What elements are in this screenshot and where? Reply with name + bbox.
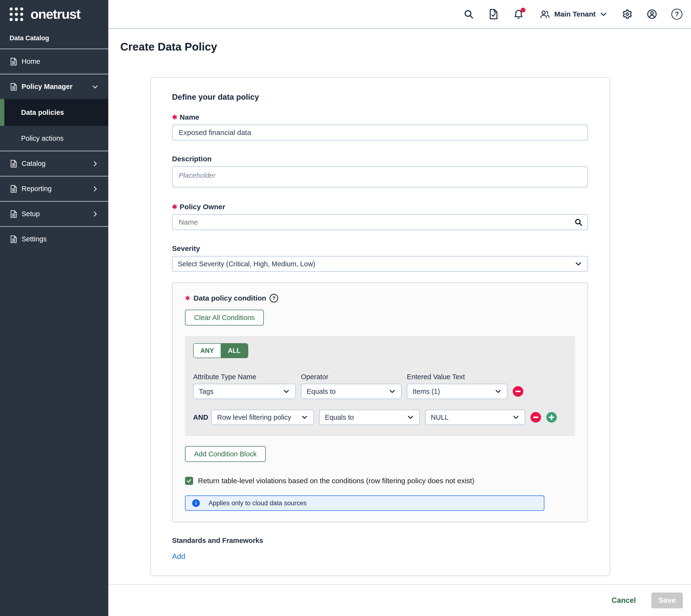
- notification-badge: [521, 8, 526, 13]
- form-section-heading: Define your data policy: [172, 92, 588, 102]
- add-condition-block-button[interactable]: Add Condition Block: [185, 446, 266, 462]
- sidebar-item-home[interactable]: Home: [0, 49, 108, 74]
- save-button[interactable]: Save: [651, 593, 683, 608]
- info-text: Applies only to cloud data sources: [208, 500, 307, 507]
- sidebar-item-setup[interactable]: Setup: [0, 202, 108, 226]
- standards-frameworks-label: Standards and Frameworks: [172, 537, 588, 545]
- attribute-select[interactable]: Row level filtering policy: [211, 410, 314, 425]
- page-content: Create Data Policy Define your data poli…: [108, 29, 691, 585]
- description-input[interactable]: [172, 166, 588, 188]
- sidebar-item-data-policies[interactable]: Data policies: [0, 99, 108, 126]
- attribute-select[interactable]: Tags: [193, 384, 296, 399]
- app-grid-icon[interactable]: [9, 7, 23, 21]
- sidebar-item-label: Reporting: [22, 185, 52, 193]
- chevron-down-icon: [407, 414, 414, 421]
- column-attribute: Attribute Type Name: [193, 373, 296, 381]
- severity-value: Select Severity (Critical, High, Medium,…: [178, 260, 315, 268]
- logo-row: onetrust: [0, 0, 108, 28]
- info-icon: i: [192, 499, 200, 507]
- sidebar-item-label: Settings: [22, 235, 47, 243]
- name-label: ✱ Name: [172, 113, 588, 121]
- clear-all-conditions-button[interactable]: Clear All Conditions: [185, 310, 264, 326]
- policy-owner-field-group: ✱ Policy Owner: [172, 203, 588, 230]
- tenant-label: Main Tenant: [554, 10, 596, 18]
- document-icon: [9, 57, 18, 66]
- conjunction-label: AND: [193, 414, 208, 421]
- table-level-violations-row: Return table-level violations based on t…: [185, 477, 575, 485]
- users-icon: [539, 9, 550, 19]
- onetrust-logo: onetrust: [30, 7, 80, 21]
- description-label: Description: [172, 155, 588, 163]
- chevron-down-icon: [388, 388, 396, 395]
- value-select[interactable]: Items (1): [407, 384, 508, 399]
- chevron-down-icon: [512, 414, 519, 421]
- tenant-switcher[interactable]: Main Tenant: [539, 9, 608, 19]
- cancel-button[interactable]: Cancel: [611, 596, 636, 605]
- document-icon: [9, 159, 18, 168]
- sidebar-section-label: Data Catalog: [0, 28, 108, 49]
- sidebar-item-label: Catalog: [22, 160, 46, 168]
- add-condition-icon[interactable]: [546, 412, 557, 423]
- operator-select[interactable]: Equals to: [319, 410, 420, 425]
- top-bar: Main Tenant ?: [108, 0, 691, 29]
- operator-select[interactable]: Equals to: [301, 384, 402, 399]
- required-asterisk: ✱: [185, 295, 190, 301]
- remove-condition-icon[interactable]: [513, 386, 523, 397]
- sidebar-item-policy-manager[interactable]: Policy Manager: [0, 74, 108, 99]
- condition-row: AND Row level filtering policy Equals to…: [193, 410, 566, 425]
- chevron-down-icon: [575, 260, 582, 268]
- sidebar-item-label: Policy actions: [21, 134, 64, 142]
- remove-condition-icon[interactable]: [531, 412, 541, 423]
- standards-add-link[interactable]: Add: [172, 552, 185, 561]
- description-field-group: Description: [172, 155, 588, 189]
- sidebar: onetrust Data Catalog Home Policy Manage…: [0, 0, 108, 616]
- chevron-right-icon: [91, 160, 99, 167]
- value-select[interactable]: NULL: [425, 410, 525, 425]
- any-all-toggle: ANY ALL: [193, 343, 248, 358]
- sidebar-item-reporting[interactable]: Reporting: [0, 176, 108, 201]
- column-value: Entered Value Text: [407, 373, 508, 381]
- document-check-icon[interactable]: [488, 8, 499, 20]
- checkbox-label: Return table-level violations based on t…: [198, 477, 474, 485]
- sidebar-item-settings[interactable]: Settings: [0, 227, 108, 251]
- condition-label: Data policy condition: [194, 294, 266, 302]
- document-icon: [9, 210, 18, 219]
- column-operator: Operator: [301, 373, 402, 381]
- name-input[interactable]: [172, 125, 588, 140]
- account-icon[interactable]: [646, 8, 657, 20]
- condition-column-headers: Attribute Type Name Operator Entered Val…: [193, 373, 566, 381]
- condition-panel: ✱ Data policy condition ? Clear All Cond…: [172, 282, 588, 522]
- chevron-down-icon: [494, 388, 502, 395]
- name-field-group: ✱ Name: [172, 113, 588, 140]
- severity-field-group: Severity Select Severity (Critical, High…: [172, 244, 588, 272]
- document-icon: [9, 235, 18, 244]
- required-asterisk: ✱: [172, 114, 177, 120]
- required-asterisk: ✱: [172, 204, 177, 210]
- policy-form-card: Define your data policy ✱ Name Descripti…: [151, 77, 610, 576]
- table-level-violations-checkbox[interactable]: [185, 477, 193, 485]
- condition-block: ANY ALL Attribute Type Name Operator Ent…: [185, 336, 575, 436]
- notifications-bell-icon[interactable]: [513, 8, 524, 20]
- sidebar-item-label: Home: [22, 58, 40, 65]
- chevron-down-icon: [283, 388, 290, 395]
- search-icon[interactable]: [463, 8, 474, 20]
- toggle-any[interactable]: ANY: [194, 344, 221, 358]
- toggle-all[interactable]: ALL: [221, 344, 248, 358]
- app-window: onetrust Data Catalog Home Policy Manage…: [0, 0, 691, 616]
- sidebar-item-label: Setup: [22, 210, 40, 218]
- sidebar-item-policy-actions[interactable]: Policy actions: [0, 126, 108, 151]
- search-icon[interactable]: [574, 218, 583, 226]
- policy-owner-input[interactable]: [172, 214, 588, 230]
- condition-header: ✱ Data policy condition ?: [185, 294, 575, 303]
- severity-select[interactable]: Select Severity (Critical, High, Medium,…: [172, 256, 588, 272]
- sidebar-item-label: Policy Manager: [22, 83, 73, 91]
- sidebar-item-catalog[interactable]: Catalog: [0, 151, 108, 176]
- help-tooltip-icon[interactable]: ?: [270, 294, 278, 303]
- action-footer: Cancel Save: [108, 585, 691, 616]
- help-icon[interactable]: ?: [671, 8, 683, 20]
- sidebar-item-label: Data policies: [21, 109, 64, 116]
- page-title: Create Data Policy: [120, 40, 691, 53]
- check-icon: [186, 478, 192, 484]
- chevron-down-icon: [91, 83, 99, 90]
- settings-gear-icon[interactable]: [622, 8, 632, 20]
